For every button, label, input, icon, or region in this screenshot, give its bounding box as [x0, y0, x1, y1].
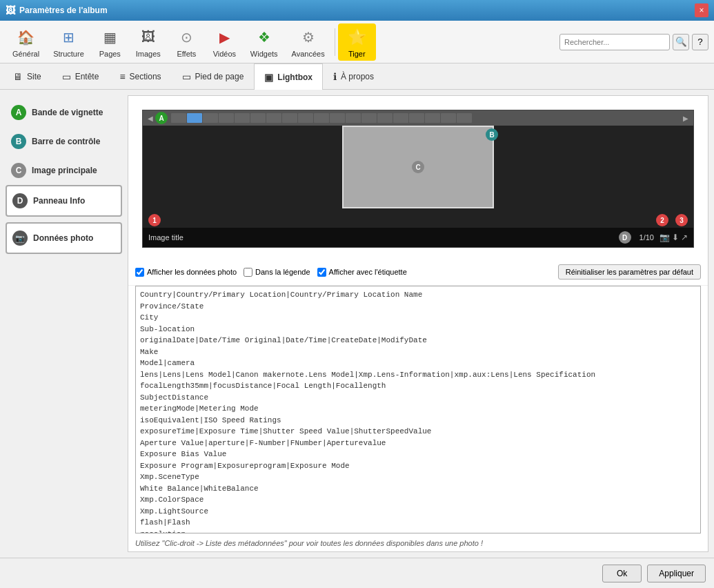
toolbar-effects[interactable]: ⊙ Effets: [168, 23, 206, 61]
badge-c: C: [11, 163, 26, 178]
search-area: 🔍 ?: [559, 34, 708, 50]
cb-afficher-input[interactable]: [135, 268, 144, 277]
cb-afficher-label: Afficher les données photo: [147, 268, 237, 276]
tab-lightbox-label: Lightbox: [277, 72, 313, 82]
toolbar-general[interactable]: 🏠 Général: [6, 23, 46, 61]
toolbar-images-label: Images: [136, 50, 161, 58]
main-panel: ◀ A: [128, 95, 708, 552]
image-title: Image title: [148, 233, 616, 242]
toolbar-tiger[interactable]: ⭐ Tiger: [338, 23, 376, 61]
checkbox-etiquette[interactable]: Afficher avec l'étiquette: [317, 268, 407, 277]
badge-num-1: 1: [148, 214, 161, 226]
film-cell-6: [250, 113, 266, 123]
filmstrip-left-arrow[interactable]: ◀: [146, 115, 155, 122]
film-cell-17: [425, 113, 440, 123]
search-input[interactable]: [559, 34, 670, 50]
film-cell-11: [330, 113, 345, 123]
tab-entete[interactable]: ▭ Entête: [52, 63, 110, 89]
checkbox-legende[interactable]: Dans la légende: [244, 268, 310, 277]
entete-tab-icon: ▭: [62, 71, 71, 82]
videos-icon: ▶: [213, 26, 235, 48]
film-cell-1: [171, 113, 186, 123]
preview-container: ◀ A: [135, 103, 701, 255]
title-bar-text: Paramètres de l'album: [19, 6, 695, 15]
film-cell-18: [441, 113, 456, 123]
help-button[interactable]: ?: [692, 34, 708, 50]
tab-sections[interactable]: ≡ Sections: [109, 63, 171, 89]
images-icon: 🖼: [137, 26, 159, 48]
search-button[interactable]: 🔍: [673, 34, 689, 50]
filmstrip-right-arrow[interactable]: ▶: [681, 115, 691, 122]
toolbar-pages-label: Pages: [99, 50, 121, 58]
reset-button[interactable]: Réinitialiser les paramètres par défaut: [558, 264, 701, 280]
share-icon[interactable]: ↗: [681, 233, 688, 242]
label-bande-text: Bande de vignette: [32, 108, 103, 117]
pages-icon: ▦: [99, 26, 121, 48]
tab-pied-de-page[interactable]: ▭ Pied de page: [172, 63, 255, 89]
toolbar-tiger-label: Tiger: [348, 50, 366, 58]
apply-button[interactable]: Appliquer: [647, 565, 706, 582]
toolbar-advanced[interactable]: ⚙ Avancées: [285, 23, 332, 61]
film-cell-12: [346, 113, 361, 123]
close-button[interactable]: ×: [695, 3, 708, 17]
tab-apropos[interactable]: ℹ À propos: [323, 63, 384, 89]
content-area: A Bande de vignette B Barre de contrôle …: [0, 90, 714, 558]
effects-icon: ⊙: [175, 26, 197, 48]
label-bande[interactable]: A Bande de vignette: [6, 98, 122, 127]
camera-icon[interactable]: 📷: [660, 233, 670, 242]
badge-c-overlay: C: [412, 161, 424, 173]
advanced-icon: ⚙: [297, 26, 319, 48]
controls-row: Afficher les données photo Dans la légen…: [128, 259, 708, 286]
pied-tab-icon: ▭: [182, 71, 191, 82]
main-toolbar: 🏠 Général ⊞ Structure ▦ Pages 🖼 Images ⊙…: [0, 21, 714, 63]
badge-photo: 📷: [12, 231, 28, 246]
ok-button[interactable]: Ok: [602, 565, 642, 582]
badge-a: A: [11, 105, 26, 120]
label-donnees-text: Données photo: [33, 233, 93, 243]
tab-apropos-label: À propos: [341, 72, 374, 81]
tab-lightbox[interactable]: ▣ Lightbox: [254, 63, 323, 90]
cb-legende-input[interactable]: [244, 268, 252, 277]
film-cell-3: [203, 113, 218, 123]
tab-bar: 🖥 Site ▭ Entête ≡ Sections ▭ Pied de pag…: [0, 63, 714, 90]
left-labels: A Bande de vignette B Barre de contrôle …: [0, 90, 128, 558]
sections-tab-icon: ≡: [119, 71, 125, 82]
lb-info-panel: Image title D 1/10 📷 ⬇ ↗: [143, 228, 693, 247]
label-panneau[interactable]: D Panneau Info: [6, 185, 122, 217]
checkbox-afficher-donnees[interactable]: Afficher les données photo: [135, 268, 237, 277]
label-barre[interactable]: B Barre de contrôle: [6, 127, 122, 156]
badge-num-3: 3: [675, 214, 688, 226]
label-image-text: Image principale: [32, 166, 97, 175]
title-bar: 🖼 Paramètres de l'album ×: [0, 0, 714, 21]
cb-legende-label: Dans la légende: [255, 268, 310, 276]
badge-b-overlay: B: [486, 128, 498, 141]
tab-site[interactable]: 🖥 Site: [3, 63, 52, 89]
badge-b: B: [11, 134, 26, 149]
badge-num-2: 2: [656, 214, 668, 226]
label-image[interactable]: C Image principale: [6, 156, 122, 185]
film-cell-2: [187, 113, 202, 123]
toolbar-structure-label: Structure: [53, 50, 84, 58]
cb-etiquette-input[interactable]: [317, 268, 326, 277]
tab-pied-label: Pied de page: [195, 72, 244, 81]
toolbar-videos[interactable]: ▶ Vidéos: [206, 23, 244, 61]
app-icon: 🖼: [6, 5, 15, 16]
film-cell-13: [361, 113, 377, 123]
filmstrip: ◀ A: [143, 110, 693, 126]
image-counter: 1/10: [639, 233, 654, 242]
film-cell-10: [314, 113, 329, 123]
toolbar-advanced-label: Avancées: [292, 50, 325, 58]
toolbar-pages[interactable]: ▦ Pages: [91, 23, 129, 61]
badge-d: D: [12, 193, 28, 208]
toolbar-images[interactable]: 🖼 Images: [129, 23, 168, 61]
film-cell-7: [266, 113, 281, 123]
filmstrip-inner: A: [155, 112, 681, 124]
metadata-textarea[interactable]: [135, 286, 701, 533]
toolbar-effects-label: Effets: [177, 50, 196, 58]
toolbar-structure[interactable]: ⊞ Structure: [46, 23, 91, 61]
label-donnees[interactable]: 📷 Données photo: [6, 222, 122, 254]
tab-entete-label: Entête: [75, 72, 99, 81]
toolbar-widgets[interactable]: ❖ Widgets: [244, 23, 285, 61]
download-icon[interactable]: ⬇: [672, 233, 679, 242]
widgets-icon: ❖: [253, 26, 275, 48]
